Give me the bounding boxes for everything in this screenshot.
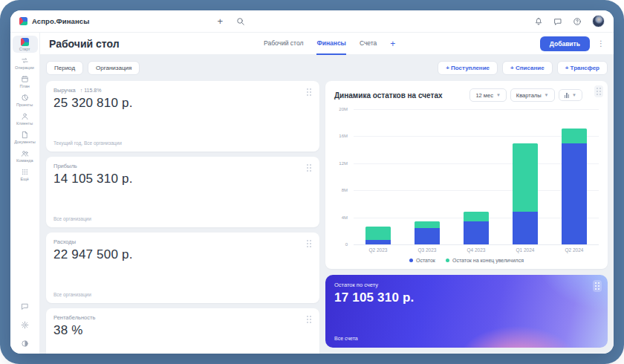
plot-area	[354, 109, 599, 244]
metric-value: 14 105 310 р.	[53, 172, 312, 186]
kebab-menu-icon[interactable]: ⋮	[597, 39, 605, 48]
sidebar-item-start[interactable]: Старт	[13, 36, 38, 53]
bar-chart-icon	[565, 93, 570, 98]
charts-column: Динамика остатков на счетах 12 мес▼ Квар…	[325, 81, 608, 348]
main-area: Рабочий стол Рабочий стол Финансы Счета …	[40, 33, 614, 354]
expenses-card: Расходы 22 947 500 р. Все организации	[46, 233, 319, 303]
drag-handle-icon[interactable]	[594, 85, 603, 97]
range-select[interactable]: 12 мес▼	[469, 88, 506, 102]
app-logo-icon	[19, 17, 27, 25]
metric-delta: ↑ 115.8%	[80, 88, 102, 93]
balance-caption: Все счета	[334, 336, 358, 341]
drag-handle-icon[interactable]	[305, 86, 313, 98]
app-title: Аспро.Финансы	[32, 17, 89, 25]
add-tab-icon[interactable]: +	[390, 39, 395, 49]
revenue-card: Выручка ↑ 115.8% 25 320 810 р. Текущий г…	[46, 81, 319, 152]
tab-finance[interactable]: Финансы	[316, 33, 345, 55]
add-expense-button[interactable]: + Списание	[502, 61, 553, 75]
topbar: Аспро.Финансы +	[10, 10, 614, 33]
chevron-down-icon: ▼	[545, 93, 549, 97]
legend-item-balance-increase[interactable]: Остаток на конец увеличился	[446, 258, 524, 263]
metric-value: 22 947 500 р.	[53, 247, 312, 262]
pie-chart-icon	[21, 94, 29, 102]
sidebar-item-documents[interactable]: Документы	[13, 129, 38, 146]
feedback-icon[interactable]	[21, 302, 29, 311]
grouping-select[interactable]: Кварталы▼	[510, 88, 555, 102]
sidebar-item-plan[interactable]: План	[13, 73, 38, 90]
metric-caption: Все организации	[53, 216, 312, 221]
sidebar-item-projects[interactable]: Проекты	[13, 91, 38, 108]
metric-title: Прибыль	[53, 163, 77, 169]
metric-title: Рентабельность	[53, 314, 95, 321]
desktop-background: Аспро.Финансы + Старт	[0, 0, 624, 364]
help-icon[interactable]	[573, 17, 582, 26]
metric-title: Выручка	[53, 87, 76, 94]
period-filter-button[interactable]: Период	[46, 61, 83, 75]
bar-chart: 20M 16M 12M 8M 4M 0	[334, 109, 599, 244]
settings-gear-icon[interactable]	[21, 321, 29, 329]
y-axis: 20M 16M 12M 8M 4M 0	[334, 109, 354, 244]
grid-dots-icon	[21, 168, 29, 176]
page-title: Рабочий стол	[49, 38, 120, 50]
balance-value: 17 105 310 р.	[334, 290, 599, 305]
x-axis-labels: Q2 2023 Q3 2023 Q4 2023 Q1 2024 Q2 2024	[354, 247, 599, 253]
add-transfer-button[interactable]: + Трансфер	[557, 61, 608, 75]
profit-sparkline	[53, 192, 312, 214]
theme-icon[interactable]	[21, 339, 29, 348]
margin-card: Рентабельность 38 %	[46, 308, 319, 354]
metric-value: 25 320 810 р.	[53, 96, 312, 111]
chart-legend: Остаток Остаток на конец увеличился	[334, 258, 599, 263]
sidebar: Старт Операции План Проекты Клиенты	[10, 33, 40, 354]
sidebar-item-operations[interactable]: Операции	[13, 54, 38, 71]
drag-handle-icon[interactable]	[593, 280, 602, 292]
add-button[interactable]: Добавить	[540, 36, 590, 51]
chevron-down-icon: ▼	[572, 93, 576, 97]
start-logo-icon	[21, 38, 29, 46]
legend-dot-icon	[446, 259, 449, 262]
balance-title: Остаток по счету	[334, 282, 599, 288]
drag-handle-icon[interactable]	[305, 162, 313, 174]
account-balance-card: Остаток по счету 17 105 310 р. Все счета	[325, 275, 608, 348]
bar-chart-bars	[354, 109, 599, 244]
drag-handle-icon[interactable]	[305, 313, 313, 325]
revenue-sparkline	[53, 116, 312, 138]
metric-title: Расходы	[53, 238, 76, 245]
team-icon	[21, 149, 29, 157]
filter-row: Период Организация + Поступление + Списа…	[40, 55, 614, 75]
chart-title: Динамика остатков на счетах	[334, 91, 443, 100]
tab-accounts[interactable]: Счета	[360, 33, 377, 55]
document-icon	[21, 131, 29, 139]
chat-icon[interactable]	[553, 17, 562, 26]
balance-dynamics-card: Динамика остатков на счетах 12 мес▼ Квар…	[325, 81, 608, 269]
add-income-button[interactable]: + Поступление	[438, 61, 498, 75]
metrics-column: Выручка ↑ 115.8% 25 320 810 р. Текущий г…	[46, 81, 319, 348]
chart-type-select[interactable]: ▼	[559, 89, 582, 101]
metric-caption: Текущий год, Все организации	[53, 140, 312, 146]
create-icon[interactable]: +	[217, 16, 223, 26]
app-window: Аспро.Финансы + Старт	[10, 10, 614, 354]
calendar-icon	[21, 75, 29, 83]
search-icon[interactable]	[236, 17, 245, 26]
dashboard-tabs: Рабочий стол Финансы Счета +	[264, 33, 395, 54]
metric-caption: Все организации	[53, 292, 312, 297]
transfers-icon	[21, 56, 29, 65]
tab-dashboard[interactable]: Рабочий стол	[264, 33, 303, 55]
bell-icon[interactable]	[534, 17, 543, 26]
sidebar-item-team[interactable]: Команда	[13, 147, 38, 164]
person-icon	[21, 112, 29, 120]
drag-handle-icon[interactable]	[305, 238, 313, 250]
profit-card: Прибыль 14 105 310 р. Все организации	[46, 157, 319, 227]
margin-sparkline	[53, 338, 312, 354]
legend-item-balance[interactable]: Остаток	[409, 258, 435, 263]
app-brand[interactable]: Аспро.Финансы	[19, 17, 89, 25]
organization-filter-button[interactable]: Организация	[88, 61, 140, 75]
legend-dot-icon	[409, 259, 413, 262]
sidebar-item-clients[interactable]: Клиенты	[13, 110, 38, 127]
user-avatar[interactable]	[592, 15, 605, 27]
page-header: Рабочий стол Рабочий стол Финансы Счета …	[40, 33, 614, 55]
metric-value: 38 %	[53, 323, 312, 338]
sidebar-item-more[interactable]: Ещё	[13, 166, 38, 183]
expenses-sparkline	[53, 267, 312, 290]
chevron-down-icon: ▼	[496, 93, 501, 97]
